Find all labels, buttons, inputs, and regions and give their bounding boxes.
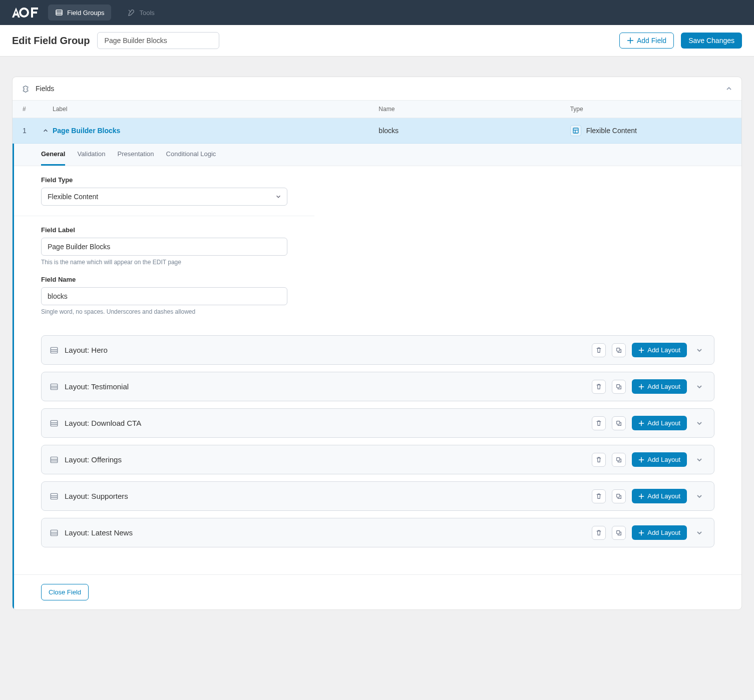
plus-icon [627,37,634,44]
tab-presentation[interactable]: Presentation [118,144,154,166]
fields-panel-header[interactable]: Fields [13,77,741,101]
layout-title: Layout: Hero [65,346,108,354]
add-layout-label: Add Layout [647,529,680,536]
add-layout-label: Add Layout [647,492,680,500]
add-layout-button[interactable]: Add Layout [632,525,687,540]
col-label: Label [53,106,379,113]
plus-icon [638,420,644,426]
col-type: Type [570,106,731,113]
layout-title: Layout: Download CTA [65,419,141,427]
tools-icon [127,9,135,17]
add-layout-label: Add Layout [647,456,680,463]
svg-rect-5 [573,128,578,133]
chevron-down-icon[interactable] [693,529,706,536]
svg-rect-8 [51,347,58,353]
duplicate-icon [615,347,622,354]
duplicate-layout-button[interactable] [612,416,626,430]
svg-rect-29 [617,457,620,460]
layout-title: Layout: Latest News [65,528,133,537]
flexible-content-icon [570,125,581,136]
duplicate-layout-button[interactable] [612,489,626,503]
duplicate-icon [615,493,622,500]
add-layout-button[interactable]: Add Layout [632,379,687,394]
header-bar: Edit Field Group Add Field Save Changes [0,25,754,57]
tab-general[interactable]: General [41,144,65,166]
layers-icon [55,9,63,17]
duplicate-icon [615,456,622,463]
col-num: # [23,106,43,113]
chevron-down-icon[interactable] [693,420,706,427]
add-field-label: Add Field [637,37,666,44]
svg-rect-41 [617,530,620,533]
svg-rect-0 [56,10,62,15]
duplicate-layout-button[interactable] [612,453,626,467]
chevron-up-icon[interactable] [43,128,53,134]
add-layout-button[interactable]: Add Layout [632,452,687,467]
add-layout-label: Add Layout [647,419,680,427]
field-name-help: Single word, no spaces. Underscores and … [41,308,287,315]
layout-icon [50,492,59,501]
chevron-down-icon[interactable] [693,493,706,500]
chevron-down-icon[interactable] [693,456,706,463]
delete-layout-button[interactable] [592,489,606,503]
field-row-label[interactable]: Page Builder Blocks [53,127,120,135]
nav-tools[interactable]: Tools [120,5,161,21]
add-layout-label: Add Layout [647,383,680,390]
nav-tools-label: Tools [139,9,154,17]
field-label-input[interactable] [41,238,287,256]
tab-conditional-logic[interactable]: Conditional Logic [166,144,216,166]
svg-rect-20 [51,420,58,426]
chevron-up-icon[interactable] [725,85,732,92]
fields-panel-title: Fields [36,85,54,93]
layout-card: Layout: Offerings Add Layout [41,445,714,474]
delete-layout-button[interactable] [592,453,606,467]
layout-title: Layout: Supporters [65,492,128,500]
duplicate-icon [615,420,622,427]
duplicate-layout-button[interactable] [612,526,626,540]
field-group-title-input[interactable] [97,32,219,49]
field-row[interactable]: 1 Page Builder Blocks blocks Flexible Co… [13,118,741,144]
layout-icon [50,382,59,391]
svg-rect-32 [51,493,58,499]
svg-rect-11 [617,348,620,351]
tab-validation[interactable]: Validation [77,144,105,166]
svg-rect-17 [617,384,620,387]
delete-layout-button[interactable] [592,526,606,540]
top-bar: Field Groups Tools [0,0,754,25]
field-tabs: General Validation Presentation Conditio… [14,144,741,166]
svg-rect-38 [51,530,58,535]
acf-logo [12,8,39,18]
field-editor: General Validation Presentation Conditio… [13,144,741,609]
field-label-label: Field Label [41,226,287,234]
trash-icon [595,420,602,427]
page-title: Edit Field Group [12,35,90,47]
add-layout-button[interactable]: Add Layout [632,489,687,503]
field-name-input[interactable] [41,287,287,305]
add-layout-button[interactable]: Add Layout [632,416,687,430]
layout-card: Layout: Latest News Add Layout [41,518,714,547]
svg-rect-35 [617,494,620,497]
add-layout-button[interactable]: Add Layout [632,343,687,357]
duplicate-layout-button[interactable] [612,343,626,357]
chevron-down-icon[interactable] [693,347,706,354]
plus-icon [638,384,644,390]
layout-title: Layout: Offerings [65,455,122,464]
delete-layout-button[interactable] [592,416,606,430]
trash-icon [595,529,602,536]
chevron-down-icon[interactable] [693,383,706,390]
duplicate-layout-button[interactable] [612,380,626,394]
layout-title: Layout: Testimonial [65,382,129,391]
layout-icon [50,528,59,537]
close-field-button[interactable]: Close Field [41,584,89,600]
puzzle-icon [22,84,31,93]
save-changes-button[interactable]: Save Changes [681,33,742,49]
delete-layout-button[interactable] [592,343,606,357]
trash-icon [595,456,602,463]
plus-icon [638,457,644,463]
layout-icon [50,346,59,355]
col-name: Name [379,106,570,113]
field-type-select[interactable]: Flexible Content [41,188,287,206]
nav-field-groups[interactable]: Field Groups [48,5,111,21]
add-field-button[interactable]: Add Field [619,33,674,49]
delete-layout-button[interactable] [592,380,606,394]
